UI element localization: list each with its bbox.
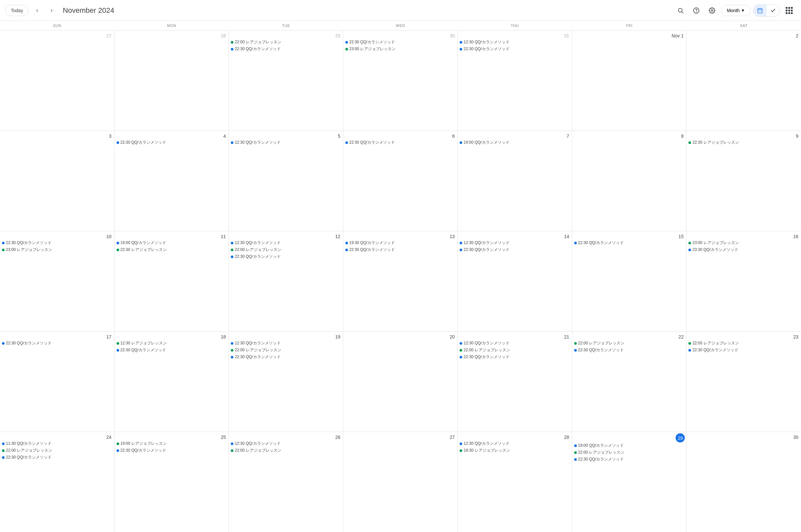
day-cell[interactable]: 2922:00 レアジョブレッスン22:30 QQ/カランメソッド	[229, 31, 343, 131]
calendar-event[interactable]: 12:30 QQ/カランメソッド	[459, 240, 570, 246]
calendar-event[interactable]: 12:30 QQ/カランメソッド	[230, 240, 342, 246]
prev-button[interactable]: ‹	[31, 5, 43, 16]
calendar-event[interactable]: 22:30 QQ/カランメソッド	[459, 247, 570, 253]
day-cell[interactable]: 2612:30 QQ/カランメソッド22:00 レアジョブレッスン	[229, 432, 343, 532]
day-cell[interactable]: 512:30 QQ/カランメソッド	[229, 131, 343, 231]
day-cell[interactable]: 8	[572, 131, 687, 231]
tasks-view-button[interactable]	[766, 5, 780, 16]
calendar-event[interactable]: 12:30 QQ/カランメソッド	[459, 39, 570, 45]
calendar-event[interactable]: 22:00 レアジョブレッスン	[230, 247, 342, 253]
check-icon	[770, 7, 776, 14]
calendar-event[interactable]: 12:30 QQ/カランメソッド	[459, 440, 570, 447]
today-button[interactable]: Today	[5, 5, 29, 16]
calendar-event[interactable]: 22:30 QQ/カランメソッド	[574, 240, 685, 246]
day-cell[interactable]: 3022:30 QQ/カランメソッド23:00 レアジョブレッスン	[343, 31, 458, 131]
calendar-view-button[interactable]	[753, 5, 766, 16]
calendar-event[interactable]: 22:30 QQ/カランメソッド	[688, 347, 800, 353]
day-cell[interactable]: 422:30 QQ/カランメソッド	[114, 131, 229, 231]
calendar-event[interactable]: 22:30 QQ/カランメソッド	[459, 46, 570, 52]
calendar-event[interactable]: 22:00 レアジョブレッスン	[574, 449, 685, 456]
calendar-event[interactable]: 22:00 レアジョブレッスン	[230, 448, 342, 454]
day-cell[interactable]: 1522:30 QQ/カランメソッド	[572, 231, 687, 331]
day-cell[interactable]: 2	[687, 31, 801, 131]
calendar-event[interactable]: 22:30 QQ/カランメソッド	[459, 354, 570, 360]
calendar-event[interactable]: 22:30 QQ/カランメソッド	[230, 253, 342, 260]
day-cell[interactable]: 20	[343, 331, 458, 432]
svg-point-3	[696, 12, 697, 12]
calendar-event[interactable]: 22:30 QQ/カランメソッド	[345, 39, 456, 45]
calendar-event[interactable]: 11:30 QQ/カランメソッド	[1, 440, 113, 447]
calendar-event[interactable]: 22:00 レアジョブレッスン	[230, 347, 342, 353]
day-cell[interactable]: 2519:00 レアジョブレッスン22:30 QQ/カランメソッド	[114, 432, 229, 532]
day-cell[interactable]: 1722:30 QQ/カランメソッド	[0, 331, 114, 432]
calendar-event[interactable]: 22:30 QQ/カランメソッド	[116, 139, 227, 146]
calendar-event[interactable]: 22:30 レアジョブレッスン	[116, 247, 227, 253]
day-cell[interactable]: 1022:30 QQ/カランメソッド23:00 レアジョブレッスン	[0, 231, 114, 331]
calendar-event[interactable]: 12:30 QQ/カランメソッド	[230, 340, 342, 346]
calendar-event[interactable]: 23:30 QQ/カランメソッド	[688, 247, 800, 253]
calendar-event[interactable]: 22:30 QQ/カランメソッド	[574, 347, 685, 353]
calendar-event[interactable]: 22:30 QQ/カランメソッド	[1, 454, 113, 460]
day-cell[interactable]: 1812:30 レアジョブレッスン22:30 QQ/カランメソッド	[114, 331, 229, 432]
day-cell[interactable]: 719:00 QQ/カランメソッド	[458, 131, 572, 231]
calendar-event[interactable]: 22:30 QQ/カランメソッド	[1, 240, 113, 246]
calendar-event[interactable]: 12:30 QQ/カランメソッド	[459, 340, 570, 346]
day-cell[interactable]: 3112:30 QQ/カランメソッド22:30 QQ/カランメソッド	[458, 31, 572, 131]
next-button[interactable]: ›	[45, 5, 57, 16]
calendar-event[interactable]: 22:00 レアジョブレッスン	[688, 340, 800, 346]
calendar-event[interactable]: 19:00 QQ/カランメソッド	[574, 442, 685, 449]
day-cell[interactable]: 2919:00 QQ/カランメソッド22:00 レアジョブレッスン22:30 Q…	[572, 432, 687, 532]
day-cell[interactable]: 2812:30 QQ/カランメソッド18:30 レアジョブレッスン	[458, 432, 572, 532]
day-cell[interactable]: 2112:30 QQ/カランメソッド22:00 レアジョブレッスン22:30 Q…	[458, 331, 572, 432]
day-cell[interactable]: 27	[0, 31, 114, 131]
day-cell[interactable]: 1212:30 QQ/カランメソッド22:00 レアジョブレッスン22:30 Q…	[229, 231, 343, 331]
calendar-event[interactable]: 12:30 QQ/カランメソッド	[230, 440, 342, 447]
event-text: 22:30 QQ/カランメソッド	[463, 354, 509, 360]
calendar-event[interactable]: 12:30 QQ/カランメソッド	[230, 139, 342, 146]
day-cell[interactable]: 1319:30 QQ/カランメソッド22:30 QQ/カランメソッド	[343, 231, 458, 331]
calendar-event[interactable]: 22:00 レアジョブレッスン	[1, 448, 113, 454]
month-selector-button[interactable]: Month ▼	[721, 5, 750, 16]
apps-button[interactable]	[783, 4, 796, 17]
calendar-event[interactable]: 19:00 QQ/カランメソッド	[116, 240, 227, 246]
day-cell[interactable]: 27	[343, 432, 458, 532]
calendar-event[interactable]: 22:30 レアジョブレッスン	[688, 139, 800, 146]
calendar-event[interactable]: 23:00 レアジョブレッスン	[688, 240, 800, 246]
calendar-event[interactable]: 19:30 QQ/カランメソッド	[345, 240, 456, 246]
day-cell[interactable]: 3	[0, 131, 114, 231]
calendar-event[interactable]: 23:00 レアジョブレッスン	[345, 46, 456, 52]
day-cell[interactable]: 1623:00 レアジョブレッスン23:30 QQ/カランメソッド	[687, 231, 801, 331]
event-text: 22:30 QQ/カランメソッド	[235, 46, 280, 52]
day-cell[interactable]: 1912:30 QQ/カランメソッド22:00 レアジョブレッスン22:30 Q…	[229, 331, 343, 432]
day-cell[interactable]: 2322:00 レアジョブレッスン22:30 QQ/カランメソッド	[687, 331, 801, 432]
calendar-event[interactable]: 22:30 QQ/カランメソッド	[116, 347, 227, 353]
calendar-event[interactable]: 22:00 レアジョブレッスン	[574, 340, 685, 346]
day-cell[interactable]: 30	[687, 432, 801, 532]
calendar-event[interactable]: 22:30 QQ/カランメソッド	[230, 354, 342, 360]
day-cell[interactable]: 1412:30 QQ/カランメソッド22:30 QQ/カランメソッド	[458, 231, 572, 331]
day-cell[interactable]: Nov 1	[572, 31, 687, 131]
calendar-event[interactable]: 19:00 QQ/カランメソッド	[459, 139, 570, 146]
day-cell[interactable]: 2222:00 レアジョブレッスン22:30 QQ/カランメソッド	[572, 331, 687, 432]
event-dot	[231, 342, 233, 345]
calendar-event[interactable]: 22:30 QQ/カランメソッド	[230, 46, 342, 52]
day-cell[interactable]: 622:30 QQ/カランメソッド	[343, 131, 458, 231]
calendar-event[interactable]: 12:30 レアジョブレッスン	[116, 340, 227, 346]
calendar-event[interactable]: 22:30 QQ/カランメソッド	[574, 456, 685, 462]
calendar-event[interactable]: 22:00 レアジョブレッスン	[459, 347, 570, 353]
calendar-event[interactable]: 22:00 レアジョブレッスン	[230, 39, 342, 45]
calendar-event[interactable]: 22:30 QQ/カランメソッド	[345, 247, 456, 253]
calendar-event[interactable]: 18:30 レアジョブレッスン	[459, 448, 570, 454]
calendar-event[interactable]: 22:30 QQ/カランメソッド	[1, 340, 113, 346]
day-cell[interactable]: 28	[114, 31, 229, 131]
settings-button[interactable]	[706, 4, 718, 17]
calendar-event[interactable]: 22:30 QQ/カランメソッド	[116, 448, 227, 454]
calendar-event[interactable]: 19:00 レアジョブレッスン	[116, 440, 227, 447]
day-cell[interactable]: 922:30 レアジョブレッスン	[687, 131, 801, 231]
search-button[interactable]	[674, 4, 687, 17]
help-button[interactable]	[690, 4, 703, 17]
calendar-event[interactable]: 23:00 レアジョブレッスン	[1, 247, 113, 253]
calendar-event[interactable]: 22:30 QQ/カランメソッド	[345, 139, 456, 146]
day-cell[interactable]: 2411:30 QQ/カランメソッド22:00 レアジョブレッスン22:30 Q…	[0, 432, 114, 532]
day-cell[interactable]: 1119:00 QQ/カランメソッド22:30 レアジョブレッスン	[114, 231, 229, 331]
